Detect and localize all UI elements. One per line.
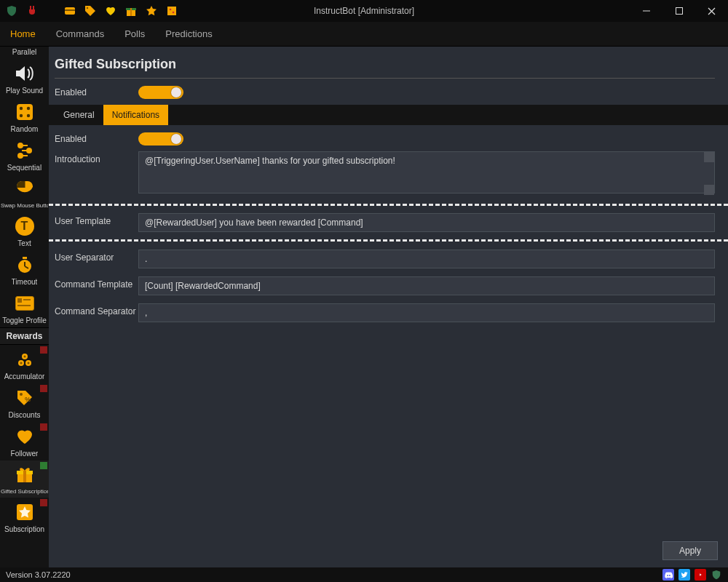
sidebar-item-play-sound[interactable]: Play Sound — [0, 59, 49, 97]
subtab-notifications[interactable]: Notifications — [103, 105, 168, 125]
svg-rect-23 — [17, 298, 22, 303]
apply-button[interactable]: Apply — [662, 541, 718, 560]
twitter-icon[interactable] — [678, 569, 690, 581]
svg-point-31 — [23, 356, 25, 358]
scroll-down-icon[interactable] — [704, 185, 714, 195]
sidebar-item-discounts[interactable]: % Discounts — [0, 383, 49, 422]
statusbar: Version 3.07.2220 — [0, 567, 728, 582]
svg-rect-1 — [65, 9, 75, 11]
sidebar: Parallel Play Sound Random Sequential Sw… — [0, 47, 49, 567]
command-template-input[interactable] — [138, 276, 715, 295]
subtab-general[interactable]: General — [55, 105, 103, 125]
svg-rect-22 — [23, 257, 27, 259]
status-marker — [40, 462, 47, 469]
card-orange-icon[interactable] — [64, 5, 76, 17]
svg-point-15 — [26, 107, 29, 110]
tag-orange-icon[interactable] — [84, 5, 96, 17]
sidebar-item-swap-mouse[interactable]: Swap Mouse Button — [0, 175, 49, 212]
status-marker — [40, 423, 47, 431]
svg-point-2 — [87, 7, 88, 9]
status-marker — [40, 499, 47, 506]
highlighted-user-template-row: User Template — [49, 204, 728, 242]
heart-icon — [13, 425, 36, 448]
subtabs: General Notifications — [49, 105, 728, 125]
shield-status-icon[interactable] — [711, 569, 722, 581]
notif-enabled-label: Enabled — [55, 134, 138, 144]
maximize-button[interactable] — [662, 0, 695, 22]
minimize-button[interactable] — [630, 0, 662, 22]
svg-rect-5 — [130, 8, 132, 16]
discord-icon[interactable] — [662, 569, 674, 581]
mouse-swap-icon — [13, 178, 36, 201]
text-icon: T — [13, 215, 36, 238]
main-nav: Home Commands Polls Predictions — [0, 22, 728, 47]
svg-rect-6 — [167, 7, 176, 15]
page-title: Gifted Subscription — [55, 57, 715, 72]
svg-point-30 — [27, 362, 29, 364]
stopwatch-icon — [13, 253, 36, 276]
svg-point-17 — [26, 114, 29, 117]
svg-rect-36 — [23, 471, 26, 482]
status-marker — [40, 385, 47, 392]
enabled-toggle[interactable] — [138, 86, 183, 99]
nav-predictions[interactable]: Predictions — [165, 28, 212, 39]
sidebar-item-parallel[interactable]: Parallel — [0, 47, 49, 59]
sidebar-item-toggle-profile[interactable]: Toggle Profile — [0, 289, 49, 327]
introduction-label: Introduction — [55, 151, 138, 164]
enabled-label: Enabled — [55, 87, 138, 97]
user-template-label: User Template — [55, 213, 138, 226]
star-icon[interactable] — [146, 5, 157, 17]
svg-text:%: % — [25, 396, 31, 403]
main-panel: Gifted Subscription Enabled General Noti… — [49, 47, 728, 567]
profile-card-icon — [13, 292, 36, 315]
nav-home[interactable]: Home — [10, 28, 36, 39]
nav-polls[interactable]: Polls — [124, 28, 145, 39]
status-marker — [40, 346, 47, 354]
svg-point-29 — [20, 362, 22, 364]
title-underline — [55, 78, 715, 79]
sidebar-item-sequential[interactable]: Sequential — [0, 136, 49, 175]
nav-commands[interactable]: Commands — [56, 28, 104, 39]
svg-rect-13 — [17, 104, 33, 120]
command-separator-input[interactable] — [138, 303, 715, 322]
youtube-icon[interactable] — [695, 569, 706, 581]
sidebar-item-follower[interactable]: Follower — [0, 422, 49, 461]
notif-enabled-toggle[interactable] — [138, 132, 183, 146]
star-badge-icon — [13, 501, 36, 524]
svg-point-7 — [170, 9, 172, 11]
sequence-icon — [13, 139, 36, 162]
svg-point-32 — [20, 393, 23, 396]
heart-yellow-icon[interactable] — [105, 5, 116, 17]
dice-icon — [13, 100, 36, 124]
discount-tag-icon: % — [13, 386, 36, 410]
sidebar-rewards-header: Rewards — [0, 327, 49, 345]
version-text: Version 3.07.2220 — [6, 570, 71, 579]
introduction-input[interactable] — [138, 151, 715, 194]
sidebar-item-random[interactable]: Random — [0, 97, 49, 136]
gift-icon — [13, 463, 36, 487]
sidebar-item-subscription[interactable]: Subscription — [0, 498, 49, 536]
sidebar-item-text[interactable]: T Text — [0, 212, 49, 250]
accumulator-icon — [13, 348, 36, 371]
command-template-label: Command Template — [55, 276, 138, 290]
titlebar: InstructBot [Administrator] — [0, 0, 728, 22]
window-controls — [630, 0, 728, 22]
svg-point-16 — [19, 114, 22, 117]
scroll-up-icon[interactable] — [704, 152, 714, 162]
app-shield-icon — [6, 5, 17, 17]
plug-red-icon — [26, 5, 38, 17]
user-separator-input[interactable] — [138, 250, 715, 268]
svg-rect-10 — [676, 8, 682, 15]
user-separator-label: User Separator — [55, 250, 138, 263]
trophy-icon[interactable] — [166, 5, 178, 17]
svg-point-8 — [173, 12, 175, 14]
sidebar-item-timeout[interactable]: Timeout — [0, 250, 49, 289]
svg-point-14 — [19, 107, 22, 110]
titlebar-left-icons — [0, 5, 178, 17]
sidebar-item-gifted-subscription[interactable]: Gifted Subscription — [0, 461, 49, 498]
close-button[interactable] — [695, 0, 728, 22]
speaker-icon — [13, 62, 36, 85]
gift-green-icon[interactable] — [125, 5, 137, 17]
sidebar-item-accumulator[interactable]: Accumulator — [0, 345, 49, 383]
user-template-input[interactable] — [138, 213, 715, 232]
